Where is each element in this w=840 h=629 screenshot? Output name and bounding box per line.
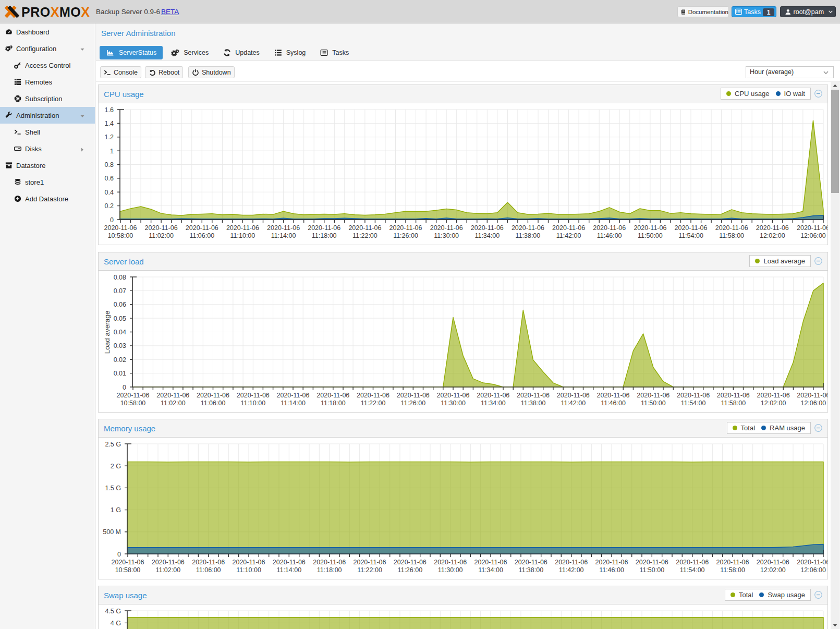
svg-text:11:14:00: 11:14:00 [276,566,301,574]
svg-text:2020-11-06: 2020-11-06 [677,392,710,399]
svg-text:10:58:00: 10:58:00 [108,232,133,239]
svg-text:2020-11-06: 2020-11-06 [434,559,467,566]
svg-text:11:38:00: 11:38:00 [518,566,543,574]
svg-text:2020-11-06: 2020-11-06 [267,224,300,232]
svg-text:2020-11-06: 2020-11-06 [757,559,789,566]
svg-text:2020-11-06: 2020-11-06 [674,224,707,232]
svg-text:2020-11-06: 2020-11-06 [226,224,259,232]
svg-text:11:18:00: 11:18:00 [312,232,337,239]
svg-text:2 G: 2 G [111,463,121,470]
svg-text:2020-11-06: 2020-11-06 [552,224,585,232]
svg-text:2020-11-06: 2020-11-06 [436,392,469,399]
svg-text:11:26:00: 11:26:00 [393,232,418,239]
svg-text:2.5 G: 2.5 G [105,441,121,448]
svg-text:2020-11-06: 2020-11-06 [474,559,507,566]
svg-text:2020-11-06: 2020-11-06 [716,559,749,566]
svg-text:2020-11-06: 2020-11-06 [637,392,669,399]
svg-text:11:50:00: 11:50:00 [638,232,663,239]
svg-text:11:50:00: 11:50:00 [639,566,664,574]
svg-text:2020-11-06: 2020-11-06 [348,224,381,232]
svg-text:0.07: 0.07 [114,287,126,295]
svg-text:11:06:00: 11:06:00 [196,566,221,574]
svg-text:2020-11-06: 2020-11-06 [389,224,422,232]
svg-text:11:02:00: 11:02:00 [161,400,186,407]
svg-text:11:30:00: 11:30:00 [438,566,463,574]
svg-text:11:26:00: 11:26:00 [397,566,422,574]
svg-text:2020-11-06: 2020-11-06 [557,392,590,399]
svg-text:2020-11-06: 2020-11-06 [116,392,149,399]
svg-text:2020-11-06: 2020-11-06 [192,559,225,566]
svg-text:2020-11-06: 2020-11-06 [313,559,346,566]
svg-text:11:46:00: 11:46:00 [601,400,626,407]
svg-text:0.08: 0.08 [114,274,126,281]
svg-text:1.5 G: 1.5 G [105,485,121,492]
svg-text:11:22:00: 11:22:00 [357,566,382,574]
svg-text:11:34:00: 11:34:00 [481,400,506,407]
svg-text:11:02:00: 11:02:00 [149,232,174,239]
svg-text:0.05: 0.05 [114,315,126,322]
svg-text:2020-11-06: 2020-11-06 [276,392,309,399]
svg-text:2020-11-06: 2020-11-06 [145,224,178,232]
svg-text:2020-11-06: 2020-11-06 [517,392,550,399]
svg-text:12:06:00: 12:06:00 [800,566,826,574]
svg-text:0.03: 0.03 [114,342,126,349]
svg-text:0.04: 0.04 [114,329,126,336]
svg-text:11:10:00: 11:10:00 [236,566,261,574]
svg-text:2020-11-06: 2020-11-06 [197,392,229,399]
svg-text:0.8: 0.8 [105,161,114,168]
svg-text:11:14:00: 11:14:00 [281,400,306,407]
svg-text:500 M: 500 M [103,528,121,536]
svg-text:0.2: 0.2 [105,202,114,210]
svg-text:2020-11-06: 2020-11-06 [471,224,504,232]
svg-text:1.2: 1.2 [105,134,114,141]
svg-text:11:06:00: 11:06:00 [189,232,214,239]
svg-text:2020-11-06: 2020-11-06 [593,224,626,232]
svg-text:11:54:00: 11:54:00 [678,232,703,239]
svg-text:4.5 G: 4.5 G [105,608,121,615]
svg-text:11:58:00: 11:58:00 [721,400,746,407]
svg-text:12:06:00: 12:06:00 [800,232,826,239]
svg-text:2020-11-06: 2020-11-06 [308,224,340,232]
svg-text:11:54:00: 11:54:00 [681,400,706,407]
svg-text:2020-11-06: 2020-11-06 [430,224,463,232]
svg-text:0: 0 [117,551,121,558]
svg-text:1.4: 1.4 [105,120,114,127]
svg-text:2020-11-06: 2020-11-06 [111,559,144,566]
svg-text:0.6: 0.6 [105,175,114,182]
svg-text:11:38:00: 11:38:00 [521,400,546,407]
svg-text:12:02:00: 12:02:00 [760,566,786,574]
svg-text:2020-11-06: 2020-11-06 [273,559,306,566]
svg-text:0.01: 0.01 [114,370,126,377]
svg-text:11:46:00: 11:46:00 [599,566,624,574]
svg-text:2020-11-06: 2020-11-06 [232,559,265,566]
svg-text:2020-11-06: 2020-11-06 [555,559,588,566]
svg-text:11:46:00: 11:46:00 [597,232,622,239]
svg-text:11:34:00: 11:34:00 [474,232,500,239]
svg-text:2020-11-06: 2020-11-06 [394,559,427,566]
svg-text:11:42:00: 11:42:00 [561,400,586,407]
svg-text:2020-11-06: 2020-11-06 [715,224,748,232]
svg-text:11:22:00: 11:22:00 [352,232,378,239]
svg-text:2020-11-06: 2020-11-06 [397,392,430,399]
svg-text:12:02:00: 12:02:00 [761,400,786,407]
svg-text:1 G: 1 G [111,506,121,514]
svg-text:2020-11-06: 2020-11-06 [797,559,827,566]
svg-text:11:34:00: 11:34:00 [478,566,503,574]
svg-text:1: 1 [110,148,114,155]
svg-text:4 G: 4 G [111,620,121,627]
svg-text:11:10:00: 11:10:00 [240,400,265,407]
svg-text:2020-11-06: 2020-11-06 [104,224,137,232]
svg-text:Load average: Load average [103,311,111,354]
svg-text:2020-11-06: 2020-11-06 [634,224,666,232]
svg-text:2020-11-06: 2020-11-06 [156,392,189,399]
svg-text:2020-11-06: 2020-11-06 [596,392,629,399]
svg-text:2020-11-06: 2020-11-06 [357,392,389,399]
svg-text:10:58:00: 10:58:00 [120,400,146,407]
svg-text:11:26:00: 11:26:00 [400,400,425,407]
svg-text:2020-11-06: 2020-11-06 [152,559,185,566]
svg-text:2020-11-06: 2020-11-06 [756,224,789,232]
svg-text:2020-11-06: 2020-11-06 [515,559,547,566]
svg-text:10:58:00: 10:58:00 [115,566,141,574]
svg-text:2020-11-06: 2020-11-06 [186,224,218,232]
svg-text:11:42:00: 11:42:00 [559,566,584,574]
